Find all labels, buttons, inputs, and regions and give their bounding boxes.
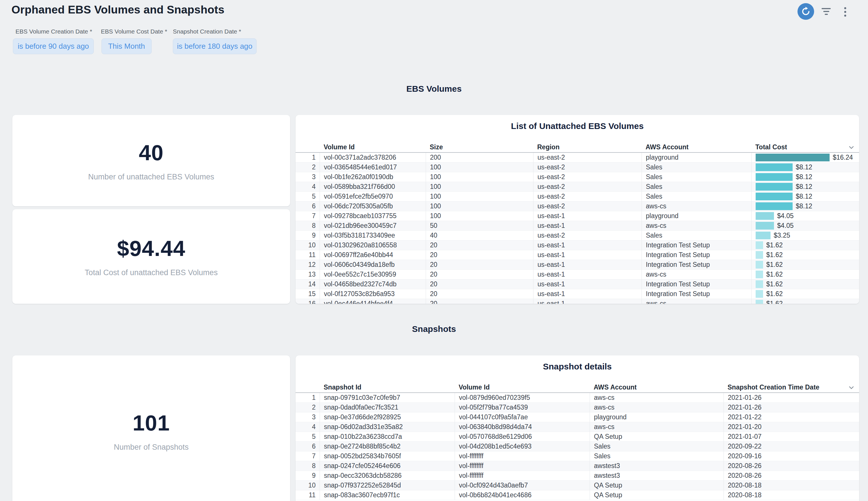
size-cell: 100 [426, 182, 533, 191]
row-number-cell: 12 [296, 260, 320, 269]
region-cell: us-east-1 [533, 241, 642, 250]
aws-account-cell: aws-cs [642, 299, 751, 304]
row-number-cell: 8 [296, 461, 320, 471]
filter-chip-snapshot-creation-date[interactable]: is before 180 days ago [173, 39, 257, 54]
cost-bar [756, 241, 763, 249]
total-cost-cell: $8.12 [751, 202, 859, 211]
refresh-button[interactable] [797, 3, 814, 20]
size-cell: 100 [426, 202, 533, 211]
row-number-cell: 10 [296, 481, 320, 490]
snapshot-date-cell: 2021-01-22 [724, 413, 859, 422]
kpi-card-unattached-volume-cost: $94.44 Total Cost of unattached EBS Volu… [12, 209, 290, 304]
cost-value-label: $4.05 [777, 222, 794, 230]
cost-bar [756, 261, 763, 268]
aws-account-cell: Integration Test Setup [642, 250, 751, 260]
row-number-cell: 8 [296, 221, 320, 231]
aws-account-cell: Integration Test Setup [642, 289, 751, 299]
ebs-header-aws-account[interactable]: AWS Account [642, 142, 751, 152]
row-number-cell: 15 [296, 289, 320, 299]
region-cell: us-east-2 [533, 202, 642, 211]
kpi-card-unattached-volume-count: 40 Number of unattached EBS Volumes [12, 115, 290, 206]
snapshot-table-header: Snapshot Id Volume Id AWS Account Snapsh… [296, 382, 859, 393]
table-row: 6vol-06dc720f5305a05fb100us-east-2aws-cs… [296, 202, 859, 211]
aws-account-cell: Sales [590, 442, 724, 451]
region-cell: us-east-1 [533, 221, 642, 231]
snap-header-volume-id[interactable]: Volume Id [454, 382, 590, 392]
aws-account-cell: awstest3 [590, 471, 724, 480]
aws-account-cell: playground [642, 153, 751, 162]
size-cell: 40 [426, 231, 533, 240]
size-cell: 20 [426, 241, 533, 250]
volume-id-cell: vol-05f2f79ba77ca4539 [454, 403, 590, 412]
row-number-cell: 2 [296, 403, 320, 412]
row-number-cell: 4 [296, 182, 320, 191]
volume-id-cell: vol-0591efce2fb5e0970 [320, 192, 426, 201]
more-options-button[interactable] [841, 5, 849, 18]
size-cell: 20 [426, 250, 533, 260]
cost-value-label: $8.12 [796, 183, 812, 191]
cost-bar [756, 251, 763, 259]
filter-chip-ebs-volume-creation-date[interactable]: is before 90 days ago [13, 39, 94, 54]
volume-id-cell: vol-0cf0924d43a0aefb7 [454, 481, 590, 490]
snap-header-creation-date[interactable]: Snapshot Creation Time Date [724, 382, 859, 392]
filter-chip-ebs-volume-cost-date[interactable]: This Month [101, 39, 152, 54]
filter-label-ebs-volume-cost-date: EBS Volume Cost Date * [101, 28, 167, 35]
ebs-volumes-table-card: List of Unattached EBS Volumes Volume Id… [296, 115, 859, 304]
cost-value-label: $1.62 [766, 251, 783, 259]
aws-account-cell: Sales [642, 231, 751, 240]
ebs-header-total-cost[interactable]: Total Cost [751, 142, 859, 152]
table-row: 14vol-04658bed2327c74db20us-east-1Integr… [296, 279, 859, 289]
table-row: 8vol-021db96ee300459c750us-east-1aws-cs$… [296, 221, 859, 231]
cost-bar [756, 173, 793, 181]
table-row: 3snap-0e37d66de2f928925vol-044107c0f9a5f… [296, 413, 859, 422]
aws-account-cell: Sales [642, 162, 751, 172]
region-cell: us-east-2 [533, 162, 642, 172]
region-cell: us-east-1 [533, 279, 642, 289]
volume-id-cell: vol-03f5b3181733409ee [320, 231, 426, 240]
snapshot-date-cell: 2020-09-22 [724, 442, 859, 451]
volume-id-cell: vol-00697ff2a6e40bb44 [320, 250, 426, 260]
size-cell: 100 [426, 192, 533, 201]
total-cost-cell: $1.62 [751, 250, 859, 260]
table-row: 7vol-09278bcaeb1037755100us-east-1playgr… [296, 211, 859, 221]
snapshot-id-cell: snap-0e37d66de2f928925 [320, 413, 454, 422]
size-cell: 100 [426, 162, 533, 172]
snapshot-date-cell: 2020-08-26 [724, 461, 859, 471]
ebs-header-region[interactable]: Region [533, 142, 642, 152]
total-cost-cell: $3.25 [751, 231, 859, 240]
cost-bar [756, 163, 793, 171]
table-row: 11snap-083ac3607ecb97f1cvol-0b6b824b041e… [296, 490, 859, 500]
size-cell: 200 [426, 153, 533, 162]
aws-account-cell: Integration Test Setup [642, 241, 751, 250]
snapshot-details-table-card: Snapshot details Snapshot Id Volume Id A… [296, 355, 859, 501]
snap-header-aws-account[interactable]: AWS Account [590, 382, 724, 392]
region-cell: us-east-1 [533, 260, 642, 269]
total-cost-cell: $1.62 [751, 299, 859, 304]
cost-bar [756, 300, 763, 304]
total-cost-cell: $1.62 [751, 241, 859, 250]
filter-label-ebs-volume-creation-date: EBS Volume Creation Date * [15, 28, 92, 35]
table-row: 1vol-00c371a2adc378206200us-east-2playgr… [296, 153, 859, 162]
table-row: 13vol-0ee552c7c15e3095920us-east-1aws-cs… [296, 270, 859, 279]
cost-value-label: $1.62 [766, 290, 783, 298]
volume-id-cell: vol-ffffffff [454, 461, 590, 471]
ebs-header-volume-id[interactable]: Volume Id [320, 142, 426, 152]
kpi-label: Number of unattached EBS Volumes [88, 172, 214, 181]
volume-id-cell: vol-013029620a8106558 [320, 241, 426, 250]
snapshot-id-cell: snap-07f9372252e52845d [320, 481, 454, 490]
size-cell: 20 [426, 270, 533, 279]
sort-chevron-down-icon[interactable] [848, 384, 855, 391]
filter-button[interactable] [821, 7, 832, 16]
kpi-card-snapshot-count: 101 Number of Snapshots [12, 355, 290, 501]
sort-chevron-down-icon[interactable] [848, 143, 855, 151]
cost-value-label: $4.05 [777, 212, 794, 220]
table-row: 5snap-010b22a36238ccd7avol-0570768d8e612… [296, 432, 859, 442]
size-cell: 20 [426, 260, 533, 269]
ebs-header-size[interactable]: Size [426, 142, 533, 152]
volume-id-cell: vol-06dc720f5305a05fb [320, 202, 426, 211]
aws-account-cell: aws-cs [642, 270, 751, 279]
snap-header-snapshot-id[interactable]: Snapshot Id [320, 382, 454, 392]
size-cell: 100 [426, 211, 533, 221]
kpi-label: Total Cost of unattached EBS Volumes [85, 268, 218, 277]
section-heading-snapshots: Snapshots [0, 324, 868, 334]
